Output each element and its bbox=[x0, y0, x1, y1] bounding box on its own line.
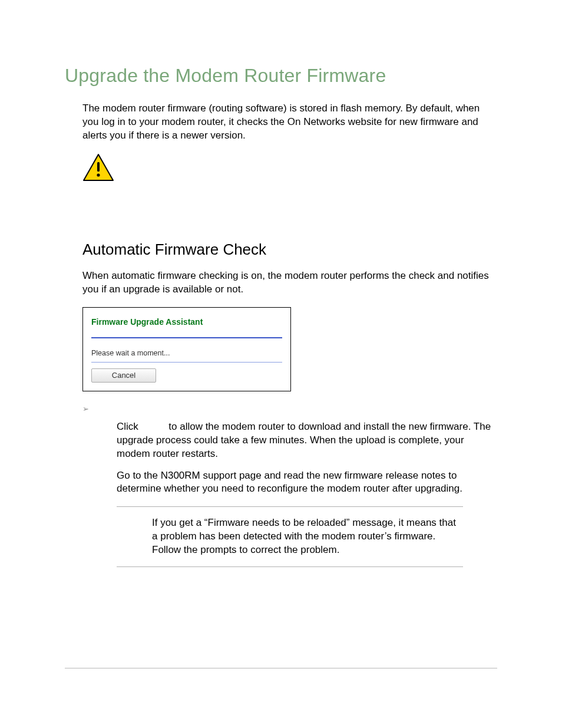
steps-block: Click to allow the modem router to downl… bbox=[117, 420, 497, 496]
page-title: Upgrade the Modem Router Firmware bbox=[65, 65, 497, 87]
cancel-button[interactable]: Cancel bbox=[91, 368, 156, 383]
step1-rest-text: to allow the modem router to download an… bbox=[117, 421, 491, 459]
step-click-yes: Click to allow the modem router to downl… bbox=[117, 420, 497, 461]
step1-prefix-text: Click bbox=[117, 421, 141, 432]
note-box: If you get a “Firmware needs to be reloa… bbox=[117, 506, 463, 567]
warning-icon bbox=[82, 153, 497, 182]
firmware-assistant-panel: Firmware Upgrade Assistant Please wait a… bbox=[82, 307, 291, 391]
list-bullet-icon: ➢ bbox=[82, 404, 497, 413]
svg-rect-1 bbox=[97, 162, 100, 172]
document-page: Upgrade the Modem Router Firmware The mo… bbox=[0, 0, 562, 728]
panel-status-text: Please wait a moment... bbox=[91, 349, 282, 363]
section-heading: Automatic Firmware Check bbox=[82, 241, 497, 259]
panel-title: Firmware Upgrade Assistant bbox=[91, 317, 282, 327]
intro-paragraph: The modem router firmware (routing softw… bbox=[82, 102, 497, 143]
body-block: The modem router firmware (routing softw… bbox=[82, 102, 497, 567]
section-paragraph: When automatic firmware checking is on, … bbox=[82, 269, 497, 297]
note-text: If you get a “Firmware needs to be reloa… bbox=[152, 516, 463, 557]
panel-divider bbox=[91, 337, 282, 338]
svg-point-2 bbox=[97, 173, 100, 176]
footer-rule bbox=[65, 668, 497, 668]
step-release-notes: Go to the N300RM support page and read t… bbox=[117, 469, 497, 496]
